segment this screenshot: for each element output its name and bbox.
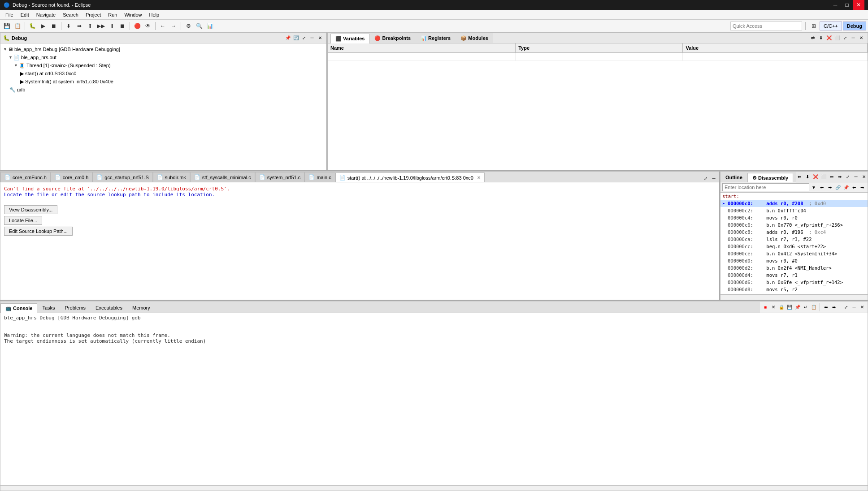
- tab-main-c[interactable]: 📄 main.c: [304, 172, 335, 182]
- variables-ctrl3[interactable]: ❌: [825, 34, 833, 42]
- variables-close-btn[interactable]: ✕: [858, 34, 865, 42]
- quick-access-input[interactable]: [730, 22, 802, 30]
- open-perspective-btn[interactable]: ⊞: [809, 21, 819, 31]
- menu-file[interactable]: File: [2, 10, 17, 20]
- tree-item-start[interactable]: ▶ start() at crt0.S:83 0xc0: [0, 69, 326, 78]
- disasm-row-9[interactable]: 000000d2: b.n 0x2f4 <NMI_Handler>: [720, 264, 868, 271]
- toolbar-debug[interactable]: 🐛: [27, 21, 37, 31]
- disasm-close[interactable]: ✕: [860, 173, 868, 181]
- tab-memory[interactable]: Memory: [127, 303, 155, 313]
- toolbar-run[interactable]: ▶: [38, 21, 48, 31]
- menu-edit[interactable]: Edit: [17, 10, 33, 20]
- disasm-row-8[interactable]: 000000d0: movs r0, #0: [720, 257, 868, 264]
- toolbar-step-over[interactable]: ➡: [74, 21, 84, 31]
- disasm-row-12[interactable]: 000000d8: movs r5, r2: [720, 286, 868, 293]
- toolbar-misc2[interactable]: 🔍: [194, 21, 204, 31]
- toolbar-misc3[interactable]: 📊: [205, 21, 215, 31]
- menu-window[interactable]: Window: [121, 10, 145, 20]
- tree-item-sysinit[interactable]: ▶ SystemInit() at system_nrf51.c:80 0x40…: [0, 78, 326, 86]
- disasm-row-7[interactable]: 000000ce: b.n 0x412 <SystemInit+34>: [720, 250, 868, 257]
- disasm-row-2[interactable]: 000000c4: movs r0, r0: [720, 214, 868, 221]
- perspective-debug[interactable]: Debug: [843, 22, 866, 30]
- perspective-cpp[interactable]: C/C++: [820, 22, 842, 30]
- console-max[interactable]: ⤢: [842, 304, 850, 311]
- variables-ctrl4[interactable]: ⬜: [833, 34, 841, 42]
- tab-outline[interactable]: Outline: [720, 172, 747, 182]
- disasm-ctrl2[interactable]: ⬇: [804, 173, 811, 181]
- disasm-tb3[interactable]: 🔗: [834, 184, 842, 191]
- debug-close-btn[interactable]: ✕: [317, 34, 324, 42]
- console-save-btn[interactable]: 💾: [786, 304, 793, 311]
- menu-search[interactable]: Search: [59, 10, 82, 20]
- toolbar-btn-2[interactable]: 📋: [13, 21, 22, 31]
- disasm-tb5[interactable]: ⬅: [851, 184, 858, 191]
- tab-variables[interactable]: ⬛ Variables: [330, 34, 369, 43]
- tab-breakpoints[interactable]: 🔴 Breakpoints: [369, 33, 416, 43]
- tab-gcc-startup[interactable]: 📄 gcc_startup_nrf51.S: [92, 172, 152, 182]
- source-panel-max[interactable]: ⤢: [702, 175, 709, 182]
- disasm-max[interactable]: ⤢: [844, 173, 851, 181]
- debug-min-btn[interactable]: ─: [308, 34, 316, 42]
- disasm-min[interactable]: ─: [852, 173, 859, 181]
- menu-navigate[interactable]: Navigate: [33, 10, 59, 20]
- disasm-tb6[interactable]: ➡: [859, 184, 866, 191]
- disasm-tb4[interactable]: 📌: [842, 184, 850, 191]
- tab-subdir[interactable]: 📄 subdir.mk: [153, 172, 190, 182]
- disasm-loc-dropdown[interactable]: ▼: [810, 184, 817, 191]
- debug-sync-btn[interactable]: 🔄: [292, 34, 299, 42]
- tab-stf-syscalls[interactable]: 📄 stf_syscalls_minimal.c: [190, 172, 255, 182]
- tree-item-gdb[interactable]: 🔧 gdb: [0, 86, 326, 94]
- toolbar-breakpoint[interactable]: 🔴: [132, 21, 142, 31]
- console-scroll-lock-btn[interactable]: 🔒: [778, 304, 785, 311]
- edit-source-lookup-btn[interactable]: Edit Source Lookup Path...: [4, 227, 73, 236]
- variables-ctrl5[interactable]: ⤢: [842, 34, 849, 42]
- toolbar-stop[interactable]: ⏹: [49, 21, 59, 31]
- tab-close-8[interactable]: ✕: [477, 175, 481, 180]
- console-pin-btn[interactable]: 📌: [794, 304, 801, 311]
- console-scrollbar-h[interactable]: [0, 485, 868, 491]
- tab-disassembly[interactable]: ⚙ Disassembly: [747, 173, 793, 183]
- disasm-ctrl1[interactable]: ⬅: [796, 173, 803, 181]
- toolbar-watch[interactable]: 👁: [143, 21, 153, 31]
- disasm-ctrl3[interactable]: ❌: [812, 173, 819, 181]
- disasm-ctrl6[interactable]: ➡: [836, 173, 843, 181]
- disasm-tb2[interactable]: ➡: [826, 184, 833, 191]
- console-min[interactable]: ─: [851, 304, 858, 311]
- tab-core-cm0[interactable]: 📄 core_cm0.h: [51, 172, 92, 182]
- debug-pin-btn[interactable]: 📌: [284, 34, 291, 42]
- console-nav1[interactable]: ⬅: [822, 304, 829, 311]
- view-disassembly-btn[interactable]: View Disassembly...: [4, 205, 57, 214]
- tab-start-asm[interactable]: 📄 start() at ../../../../newlib-1.19.0/l…: [335, 172, 485, 182]
- toolbar-resume[interactable]: ▶▶: [96, 21, 106, 31]
- toolbar-terminate[interactable]: ⏹: [117, 21, 127, 31]
- tree-item-thread[interactable]: ▼ 🧵 Thread [1] <main> (Suspended : Step): [0, 61, 326, 69]
- disasm-ctrl4[interactable]: ⬜: [820, 173, 827, 181]
- toolbar-step-return[interactable]: ⬆: [85, 21, 95, 31]
- console-word-wrap-btn[interactable]: ↵: [802, 304, 809, 311]
- toolbar-btn-1[interactable]: 💾: [2, 21, 12, 31]
- tab-core-cmfunc[interactable]: 📄 core_cmFunc.h: [0, 172, 51, 182]
- disasm-row-5[interactable]: 000000ca: lsls r7, r3, #22: [720, 236, 868, 243]
- tab-registers[interactable]: 📊 Registers: [416, 33, 456, 43]
- toolbar-back[interactable]: ←: [158, 21, 168, 31]
- disasm-row-6[interactable]: 000000cc: beq.n 0xd6 <start+22>: [720, 243, 868, 250]
- variables-ctrl2[interactable]: ⬇: [817, 34, 825, 42]
- debug-max-btn[interactable]: ⤢: [300, 34, 308, 42]
- disasm-row-4[interactable]: 000000c8: adds r0, #196 ; 0xc4: [720, 228, 868, 236]
- console-stop-btn[interactable]: ■: [762, 304, 769, 311]
- console-new-btn[interactable]: 📋: [810, 304, 817, 311]
- tab-problems[interactable]: Problems: [60, 303, 91, 313]
- menu-project[interactable]: Project: [82, 10, 104, 20]
- minimize-button[interactable]: ─: [829, 0, 841, 10]
- tree-item-out[interactable]: ▼ 📄 ble_app_hrs.out: [0, 53, 326, 61]
- disasm-row-10[interactable]: 000000d4: movs r7, r1: [720, 271, 868, 279]
- close-button[interactable]: ✕: [853, 0, 864, 10]
- disasm-row-0[interactable]: ➤ 000000c0: adds r0, #208 ; 0xd0: [720, 200, 868, 207]
- toolbar-step-into[interactable]: ⬇: [64, 21, 74, 31]
- disasm-tb1[interactable]: ⬅: [818, 184, 825, 191]
- menu-run[interactable]: Run: [104, 10, 121, 20]
- tab-console[interactable]: 📺 Console: [0, 303, 37, 313]
- tree-item-root[interactable]: ▼ 🖥 ble_app_hrs Debug [GDB Hardware Debu…: [0, 45, 326, 53]
- menu-help[interactable]: Help: [146, 10, 163, 20]
- disasm-row-1[interactable]: 000000c2: b.n 0xfffffc04: [720, 207, 868, 214]
